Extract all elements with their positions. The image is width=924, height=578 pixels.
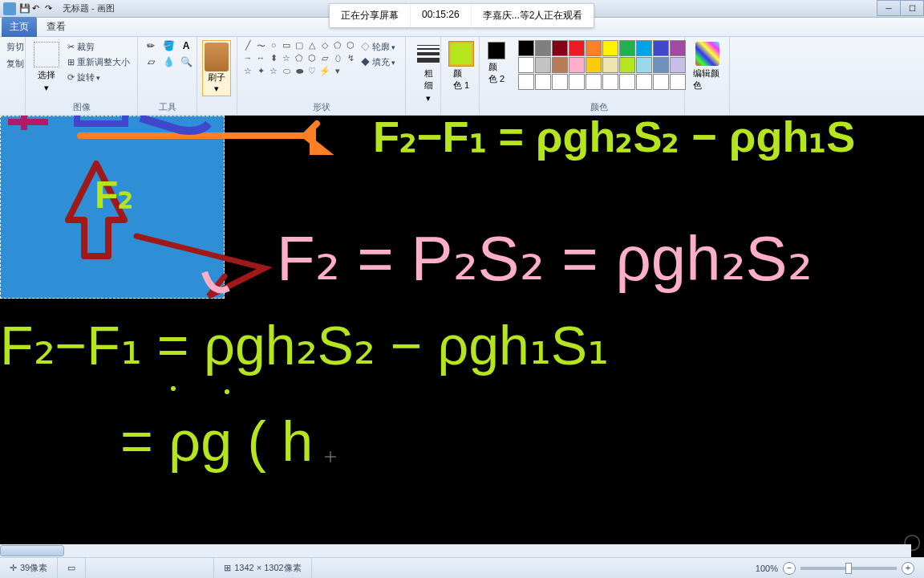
palette-color[interactable]: [586, 57, 602, 73]
palette-color[interactable]: [602, 40, 618, 56]
quick-access: 💾 ↶ ↷: [19, 3, 56, 14]
palette-empty-slot[interactable]: [670, 74, 686, 90]
status-spacer: [86, 558, 214, 578]
group-tools: ✏ 🪣 A ▱ 💧 🔍 工具: [138, 37, 197, 115]
palette-color[interactable]: [602, 57, 618, 73]
share-timer: 00:15:26: [411, 4, 472, 27]
group-shapes: ╱〜○▭▢△◇⬠⬡ →↔⬍☆⬠⬡▱⬯↯ ☆✦☆⬭⬬♡⚡▾ ◇ 轮廓 ◆ 填充 形…: [237, 37, 406, 115]
scrollbar-thumb[interactable]: [0, 545, 64, 556]
group-brush: 刷子 ▾: [197, 37, 237, 115]
app-icon[interactable]: [3, 2, 16, 15]
zoom-slider[interactable]: [800, 567, 897, 570]
palette-color[interactable]: [636, 57, 652, 73]
eraser-icon[interactable]: ▱: [143, 56, 159, 71]
picker-icon[interactable]: 💧: [160, 56, 176, 71]
palette-color[interactable]: [636, 40, 652, 56]
redo-icon[interactable]: ↷: [45, 3, 56, 14]
palette-color[interactable]: [518, 40, 534, 56]
palette-color[interactable]: [619, 40, 635, 56]
canvas[interactable]: F₂−F₁ = ρgh₂S₂ − ρgh₁S F₂ F₂ = P₂S₂ = ρg…: [0, 116, 924, 557]
palette-color[interactable]: [535, 40, 551, 56]
tab-home[interactable]: 主页: [2, 17, 37, 37]
maximize-button[interactable]: ☐: [900, 0, 924, 16]
outline-button[interactable]: ◇ 轮廓: [359, 40, 397, 54]
palette-empty-slot[interactable]: [552, 74, 568, 90]
save-icon[interactable]: 💾: [19, 3, 30, 14]
color1-button[interactable]: 颜 色 1: [446, 40, 476, 93]
zoom-in-button[interactable]: +: [902, 562, 914, 575]
horizontal-scrollbar[interactable]: [0, 544, 911, 557]
svg-text:= ρg ( h: = ρg ( h: [120, 410, 313, 473]
group-palette: 颜色: [513, 37, 685, 115]
chevron-down-icon: ▾: [44, 83, 49, 93]
palette-empty-slot[interactable]: [636, 74, 652, 90]
shapes-gallery[interactable]: ╱〜○▭▢△◇⬠⬡ →↔⬍☆⬠⬡▱⬯↯ ☆✦☆⬭⬬♡⚡▾: [242, 40, 356, 77]
palette-color[interactable]: [670, 40, 686, 56]
rainbow-icon: [695, 42, 719, 66]
status-selection: ▭: [58, 558, 86, 578]
group-size: 粗 细 ▾: [406, 37, 441, 115]
group-label-tools: 工具: [138, 101, 197, 113]
palette-color[interactable]: [670, 57, 686, 73]
color-palette: [518, 40, 686, 73]
svg-text:F₂−F₁ = ρgh₂S₂ − ρgh₁S: F₂−F₁ = ρgh₂S₂ − ρgh₁S: [373, 116, 855, 161]
fill-button[interactable]: ◆ 填充: [359, 55, 397, 69]
color2-button[interactable]: 颜 色 2: [484, 40, 509, 87]
tab-view[interactable]: 查看: [37, 17, 75, 37]
palette-empty-slot[interactable]: [569, 74, 585, 90]
color2-swatch: [488, 42, 505, 59]
palette-color[interactable]: [653, 40, 669, 56]
viewers-label: 李嘉庆...等2人正在观看: [472, 4, 594, 27]
text-icon[interactable]: A: [178, 40, 194, 55]
size-icon: [414, 42, 443, 66]
drawing-content: F₂−F₁ = ρgh₂S₂ − ρgh₁S F₂ F₂ = P₂S₂ = ρg…: [0, 116, 924, 557]
rotate-button[interactable]: ⟳ 旋转: [66, 71, 132, 84]
palette-empty-slot[interactable]: [518, 74, 534, 90]
window-title: 无标题 - 画图: [63, 2, 115, 14]
pencil-icon[interactable]: ✏: [143, 40, 159, 55]
zoom-icon[interactable]: 🔍: [178, 56, 194, 71]
watermark: 〇: [903, 531, 921, 556]
svg-text:F₂−F₁ = ρgh₂S₂ − ρgh₁S₁: F₂−F₁ = ρgh₂S₂ − ρgh₁S₁: [0, 315, 609, 376]
statusbar: ✛ 39像素 ▭ ⊞ 1342 × 1302像素 100% − +: [0, 557, 924, 578]
crop-button[interactable]: ✂ 裁剪: [66, 40, 132, 54]
palette-color[interactable]: [619, 57, 635, 73]
palette-empty-slot[interactable]: [586, 74, 602, 90]
palette-empty-slot[interactable]: [619, 74, 635, 90]
select-button[interactable]: 选择 ▾: [30, 40, 63, 95]
tool-palette: ✏ 🪣 A ▱ 💧 🔍: [143, 40, 194, 71]
palette-color[interactable]: [552, 40, 568, 56]
palette-empty-slot[interactable]: [535, 74, 551, 90]
palette-empty-slot[interactable]: [602, 74, 618, 90]
group-color1: 颜 色 1: [441, 37, 480, 115]
zoom-thumb[interactable]: [845, 563, 852, 574]
group-label-shapes: 形状: [237, 101, 405, 113]
edit-colors-button[interactable]: 编辑颜色: [690, 40, 724, 93]
window-controls: ─ ☐: [877, 0, 924, 16]
copy-button[interactable]: 复制: [5, 57, 26, 71]
ribbon: 剪切 复制 选择 ▾ ✂ 裁剪 ⊞ 重新调整大小 ⟳ 旋转 图像 ✏ 🪣 A ▱…: [0, 37, 924, 116]
brush-button[interactable]: 刷子 ▾: [202, 40, 231, 96]
palette-color[interactable]: [653, 57, 669, 73]
palette-color[interactable]: [552, 57, 568, 73]
screen-share-banner: 正在分享屏幕 00:15:26 李嘉庆...等2人正在观看: [329, 3, 594, 28]
svg-rect-1: [77, 116, 125, 124]
zoom-out-button[interactable]: −: [783, 562, 796, 575]
cut-button[interactable]: 剪切: [5, 40, 26, 54]
minimize-button[interactable]: ─: [877, 0, 901, 16]
bucket-icon[interactable]: 🪣: [160, 40, 176, 55]
undo-icon[interactable]: ↶: [32, 3, 43, 14]
palette-color[interactable]: [518, 57, 534, 73]
palette-color[interactable]: [535, 57, 551, 73]
zoom-level: 100%: [756, 564, 778, 573]
svg-point-7: [225, 389, 229, 394]
status-coords: ✛ 39像素: [0, 558, 58, 578]
color1-swatch: [449, 42, 473, 66]
palette-color[interactable]: [569, 57, 585, 73]
brush-icon: [205, 43, 229, 71]
group-clipboard: 剪切 复制: [0, 37, 26, 115]
resize-button[interactable]: ⊞ 重新调整大小: [66, 55, 132, 69]
palette-color[interactable]: [586, 40, 602, 56]
palette-empty-slot[interactable]: [653, 74, 669, 90]
palette-color[interactable]: [569, 40, 585, 56]
